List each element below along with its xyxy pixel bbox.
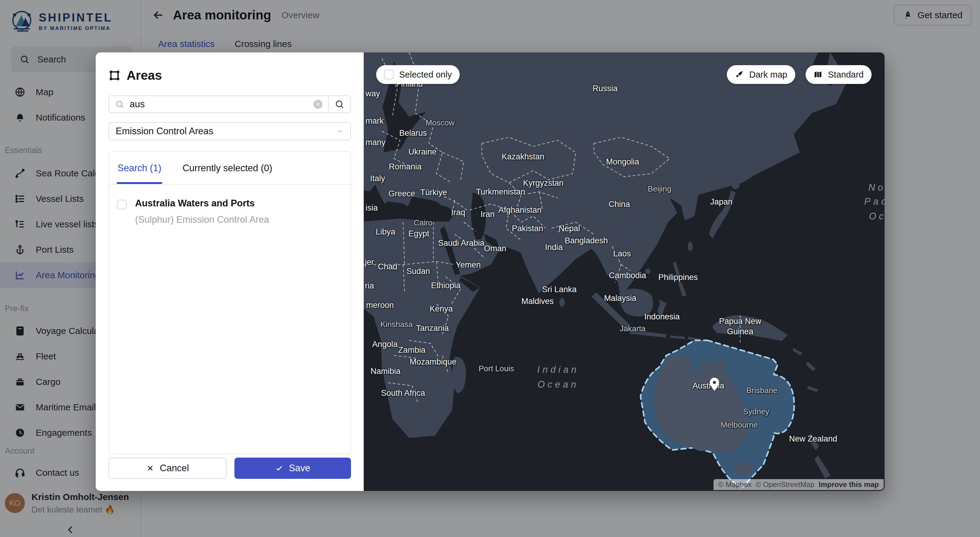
map-label: Libya <box>376 227 396 237</box>
chevron-down-icon <box>336 127 344 135</box>
area-result-title: Australia Waters and Ports <box>135 198 269 209</box>
map-label: Kazakhstan <box>501 152 544 162</box>
osm-attribution-link[interactable]: © OpenStreetMap <box>756 480 815 489</box>
map-label: Melbourne <box>721 420 758 430</box>
map-label: South Africa <box>381 388 425 398</box>
map-label: Maldives <box>522 296 554 307</box>
map-label: Moscow <box>425 118 454 128</box>
map-label: Oman <box>484 244 506 254</box>
map-label: Namibia <box>371 366 400 377</box>
map-label: Brisbane <box>746 386 778 395</box>
map-label: Indian <box>537 364 579 376</box>
cancel-label: Cancel <box>160 463 189 474</box>
map-label: Beijing <box>648 184 671 194</box>
search-icon <box>335 99 344 109</box>
dialog-title: Areas <box>127 68 162 83</box>
map-label: Italy <box>370 174 385 184</box>
map-label: Laos <box>613 249 631 259</box>
map-label: Ethiopia <box>431 280 461 291</box>
map-label: Turkmenistan <box>476 187 525 197</box>
paintbrush-icon <box>735 70 744 79</box>
selected-only-checkbox[interactable] <box>384 70 394 80</box>
map-pin-icon <box>709 377 720 391</box>
map-label: Sydney <box>743 407 770 417</box>
clear-search-button[interactable] <box>313 100 323 109</box>
map-label: Pakistan <box>512 224 543 234</box>
close-icon <box>315 102 320 107</box>
area-category-value: Emission Control Areas <box>116 126 213 137</box>
area-result-row[interactable]: Australia Waters and Ports (Sulphur) Emi… <box>109 185 350 225</box>
search-icon <box>115 100 124 109</box>
map-label: many <box>366 138 385 148</box>
map-label: Kenya <box>430 304 453 314</box>
map-label: Afghanistan <box>498 205 542 215</box>
map-label: Kyrgyzstan <box>523 178 563 188</box>
map-label: Türkiye <box>420 188 447 198</box>
map-label: Belarus <box>399 128 427 139</box>
map-label: Egypt <box>408 229 429 239</box>
tab-currently-selected[interactable]: Currently selected (0) <box>182 152 273 184</box>
standard-map-label: Standard <box>828 70 864 80</box>
map-label: Yemen <box>455 260 480 270</box>
map-label: Iraq <box>451 207 466 218</box>
submit-search-button[interactable] <box>329 99 350 109</box>
map-label: Chad <box>378 262 398 272</box>
map-panel[interactable]: RussiaFinlandwaymarkmanyMoscowBelarusUkr… <box>364 53 885 491</box>
map-label: Mozambique <box>410 357 457 367</box>
map-label: Ukraine <box>408 147 436 157</box>
map-label: Indonesia <box>644 312 679 322</box>
results-panel: Search (1) Currently selected (0) Austra… <box>108 151 351 454</box>
mapbox-attribution-link[interactable]: © Mapbox <box>718 480 752 489</box>
map-label: India <box>545 242 563 253</box>
selected-only-toggle[interactable]: Selected only <box>376 65 460 84</box>
map-label: Philippines <box>659 272 698 283</box>
dark-map-button[interactable]: Dark map <box>727 65 795 84</box>
cancel-button[interactable]: Cancel <box>108 457 226 479</box>
map-label: Russia <box>593 84 618 94</box>
area-search-input[interactable] <box>130 99 313 110</box>
map-label: Iran <box>480 209 495 220</box>
areas-dialog-form: Areas Emission Control Areas Searc <box>96 53 364 491</box>
map-label: Nepal <box>559 224 580 234</box>
map-label: New Zealand <box>789 434 837 444</box>
map-label: Oc <box>869 210 885 222</box>
map-label: Papua New Guinea <box>719 316 761 337</box>
map-label: isia <box>366 203 378 214</box>
map-label: Sudan <box>406 266 430 277</box>
map-label: Japan <box>710 197 733 207</box>
map-label: way <box>366 89 380 99</box>
map-label: ria <box>365 281 374 291</box>
map-label: Tanzania <box>416 323 449 334</box>
map-label: Greece <box>388 189 415 199</box>
map-label: Bangladesh <box>565 236 608 246</box>
map-label: Zambia <box>398 345 425 355</box>
map-label: China <box>609 199 630 210</box>
map-label: meroon <box>366 300 394 311</box>
map-label: Cambodia <box>609 271 646 281</box>
polygon-area-icon <box>108 69 121 81</box>
map-label: Ocean <box>538 379 579 390</box>
dark-map-label: Dark map <box>749 70 788 80</box>
map-label: Cairo <box>414 218 433 228</box>
check-icon <box>275 464 283 472</box>
page: SHIPINTEL BY MARITIME OPTIMA Search Map … <box>0 0 980 537</box>
area-result-subtitle: (Sulphur) Emission Control Area <box>135 214 269 225</box>
area-search-box <box>108 96 351 113</box>
area-checkbox[interactable] <box>117 200 127 209</box>
map-label: Saudi Arabia <box>438 238 484 249</box>
folded-map-icon <box>813 70 822 79</box>
save-button[interactable]: Save <box>234 457 351 479</box>
tab-search-results[interactable]: Search (1) <box>117 152 162 184</box>
map-label: No <box>868 182 885 194</box>
selected-only-label: Selected only <box>399 70 452 80</box>
area-category-select[interactable]: Emission Control Areas <box>108 122 351 140</box>
map-label: Jakarta <box>620 323 645 334</box>
map-label: Kinshasa <box>380 319 413 330</box>
standard-map-button[interactable]: Standard <box>805 65 872 84</box>
map-label: Malaysia <box>604 293 636 304</box>
map-label: Pac <box>864 196 885 207</box>
improve-map-link[interactable]: Improve this map <box>819 480 879 489</box>
areas-dialog: Areas Emission Control Areas Searc <box>96 53 885 491</box>
close-icon <box>146 464 154 472</box>
map-label: Angola <box>372 339 398 350</box>
